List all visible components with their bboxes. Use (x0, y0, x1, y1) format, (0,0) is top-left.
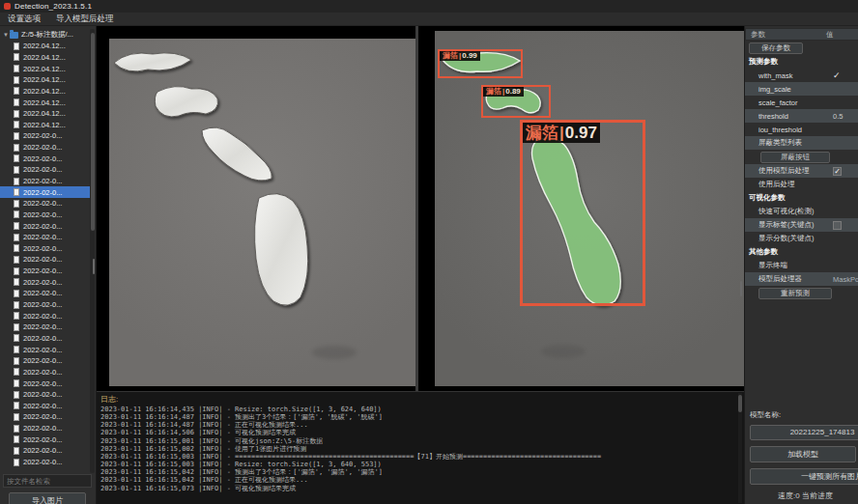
file-item[interactable]: 2022-02-0... (0, 243, 95, 255)
file-item[interactable]: 2022-02-0... (0, 423, 95, 434)
file-item[interactable]: 2022-02-0... (0, 142, 95, 154)
file-item[interactable]: 2022-02-0... (0, 355, 95, 367)
tree-scrollbar[interactable] (90, 29, 95, 473)
search-input[interactable] (3, 474, 92, 488)
file-icon (14, 244, 19, 252)
param-checkbox[interactable]: ✓ (833, 167, 858, 176)
param-row[interactable]: 屏蔽类型列表 (745, 136, 858, 150)
param-row[interactable]: 显示分数(关键点) (745, 232, 858, 245)
param-row[interactable]: 使用后处理 (745, 178, 858, 191)
checkbox-icon[interactable]: ✓ (833, 167, 842, 176)
file-item[interactable]: 2022-02-0... (0, 176, 95, 187)
file-item-label: 2022-02-0... (23, 346, 62, 354)
file-item-label: 2022-02-0... (23, 300, 62, 309)
file-item[interactable]: 2022-02-0... (0, 344, 95, 355)
param-action-button[interactable]: 重新预测 (758, 288, 832, 299)
tree-root[interactable]: ▼ Z:/5-标注数据/... (0, 29, 95, 41)
load-model-button[interactable]: 加载模型 (750, 446, 856, 462)
file-item[interactable]: 2022.04.12... (0, 108, 95, 120)
log-line: 2023-01-11 16:16:15,003 |INFO| - =======… (100, 453, 744, 461)
file-item[interactable]: 2022.04.12... (0, 41, 95, 52)
menu-settings[interactable]: 设置选项 (0, 13, 48, 25)
file-item[interactable]: 2022-02-0... (0, 310, 95, 322)
detection-class: 漏箔 (486, 87, 501, 96)
file-item-label: 2022-02-0... (23, 222, 62, 231)
file-item-label: 2022-02-0... (23, 233, 62, 241)
file-item[interactable]: 2022.04.12... (0, 97, 95, 108)
param-row[interactable]: img_scale (745, 82, 858, 96)
file-item[interactable]: 2022-02-0... (0, 411, 95, 423)
file-item[interactable]: 2022.04.12... (0, 86, 95, 98)
file-item[interactable]: 2022-02-0... (0, 378, 95, 389)
checkbox-icon[interactable] (833, 221, 842, 230)
file-item-label: 2022-02-0... (23, 379, 62, 388)
param-row[interactable]: threshold0.5 (745, 109, 858, 123)
model-value-button[interactable]: 20221225_174813 (750, 425, 858, 440)
file-item[interactable]: 2022-02-0... (0, 322, 95, 333)
file-item[interactable]: 2022-02-0... (0, 276, 95, 288)
file-item[interactable]: 2022-02-0... (0, 164, 95, 176)
param-row[interactable]: scale_factor (745, 96, 858, 109)
file-item[interactable]: 2022-02-0... (0, 266, 95, 277)
param-action-button[interactable]: 保存参数 (749, 42, 803, 54)
file-item[interactable]: 2022-02-0... (0, 232, 95, 243)
file-item[interactable]: 2022-02-0... (0, 299, 95, 311)
file-item-label: 2022-02-0... (23, 312, 62, 321)
file-item-selected[interactable]: 2022-02-0... (0, 186, 95, 198)
file-item[interactable]: 2022-02-0... (0, 153, 95, 164)
log-line: 2023-01-11 16:16:15,001 |INFO| - 可视化json… (100, 437, 744, 445)
source-image-panel (109, 39, 416, 386)
param-row[interactable]: with_mask✓ (745, 69, 858, 82)
file-item[interactable]: 2022-02-0... (0, 434, 95, 445)
tree-scrollbar-thumb[interactable] (91, 33, 95, 231)
predict-all-button[interactable]: 一键预测所有图片 (750, 468, 858, 485)
file-item-label: 2022-02-0... (23, 458, 62, 466)
tree-expand-icon[interactable]: ▼ (2, 32, 10, 38)
file-tree: ▼ Z:/5-标注数据/... 2022.04.12...2022.04.12.… (0, 29, 95, 473)
param-row[interactable]: 快速可视化(检测) (745, 205, 858, 218)
param-action-button[interactable]: 屏蔽按钮 (760, 152, 830, 163)
file-item[interactable]: 2022-02-0... (0, 457, 95, 468)
param-header-value: 值 (826, 30, 858, 40)
param-table-header: 参数 值 (745, 28, 858, 41)
log-title: 日志: (97, 392, 744, 406)
menu-bar: 设置选项 导入模型后处理 (0, 13, 858, 26)
log-scrollbar-thumb[interactable] (738, 395, 742, 412)
file-item[interactable]: 2022.04.12... (0, 63, 95, 74)
param-row[interactable]: 使用模型后处理✓ (745, 164, 858, 178)
file-item[interactable]: 2022-02-0... (0, 254, 95, 266)
file-item[interactable]: 2022.04.12... (0, 74, 95, 86)
file-item[interactable]: 2022.04.12... (0, 52, 95, 64)
file-item[interactable]: 2022-02-0... (0, 130, 95, 142)
log-scrollbar[interactable] (738, 393, 742, 503)
param-row[interactable]: 模型后处理器MaskPostPro (745, 272, 858, 286)
image-smudge (541, 345, 586, 358)
file-item[interactable]: 2022-02-0... (0, 367, 95, 378)
file-item[interactable]: 2022.04.12... (0, 119, 95, 130)
file-icon (14, 447, 19, 455)
file-item[interactable]: 2022-02-0... (0, 288, 95, 299)
log-line: 2023-01-11 16:16:15,003 |INFO| - Resize:… (100, 461, 744, 468)
file-item[interactable]: 2022-02-0... (0, 220, 95, 232)
splitter-handle[interactable] (740, 281, 742, 296)
param-row[interactable]: 显示终端 (745, 259, 858, 272)
file-icon (14, 459, 19, 466)
file-item[interactable]: 2022-02-0... (0, 401, 95, 412)
file-item[interactable]: 2022-02-0... (0, 333, 95, 345)
import-images-button[interactable]: 导入图片 (9, 492, 86, 504)
log-lines: 2023-01-11 16:16:14,435 |INFO| - Resize:… (97, 406, 744, 492)
file-item[interactable]: 2022-02-0... (0, 445, 95, 457)
menu-import-postprocess[interactable]: 导入模型后处理 (48, 13, 122, 25)
file-item[interactable]: 2022-02-0... (0, 198, 95, 210)
file-icon (14, 144, 19, 152)
file-item-label: 2022-02-0... (23, 390, 62, 399)
file-item[interactable]: 2022-02-0... (0, 389, 95, 401)
param-label: 模型后处理器 (745, 274, 833, 284)
tree-root-label: Z:/5-标注数据/... (21, 30, 73, 40)
param-row[interactable]: 显示标签(关键点) (745, 218, 858, 232)
splitter-handle[interactable] (93, 259, 95, 274)
file-item[interactable]: 2022-02-0... (0, 210, 95, 221)
param-checkbox[interactable] (833, 221, 858, 230)
param-row[interactable]: iou_threshold (745, 123, 858, 136)
file-icon (14, 154, 19, 162)
